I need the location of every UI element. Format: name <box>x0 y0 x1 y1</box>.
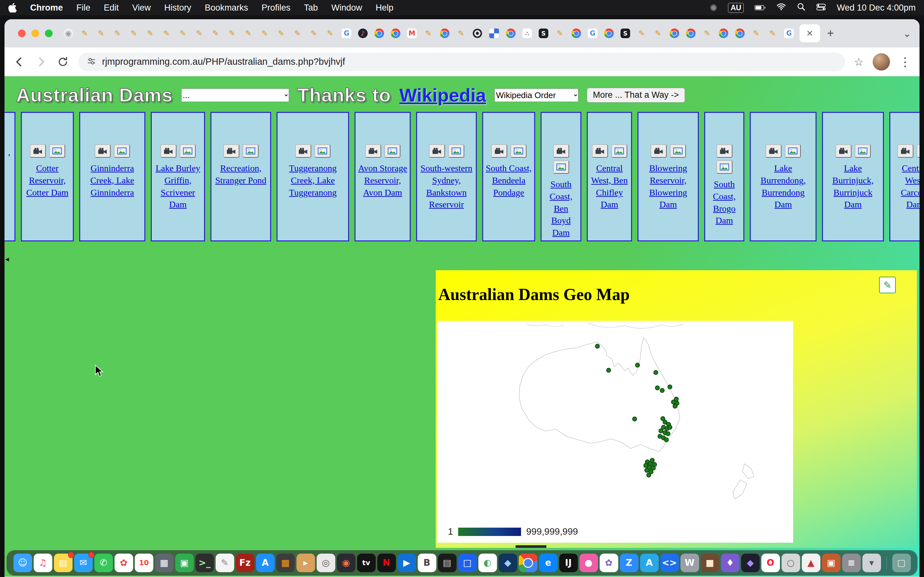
pinned-tab-pencil-icon[interactable]: ✎ <box>751 29 761 38</box>
video-button[interactable] <box>295 144 311 158</box>
new-tab-button[interactable]: + <box>827 27 834 39</box>
input-source-menu[interactable]: AU <box>728 3 744 13</box>
pinned-tab-pencil-icon[interactable]: ✎ <box>145 29 155 38</box>
map-edit-icon[interactable]: ✎ <box>879 277 896 293</box>
dock-rust-app[interactable]: ▣ <box>822 554 841 572</box>
pinned-tab-chrome-icon[interactable] <box>604 29 614 38</box>
dam-link[interactable]: Lake Burley Griffin, Scrivener Dam <box>153 162 202 211</box>
address-bar[interactable]: rjmprogramming.com.au/PHP/australian_dam… <box>78 53 845 71</box>
pinned-tab-chrome-icon[interactable] <box>686 29 696 38</box>
dock-notes[interactable]: ▤ <box>54 554 73 572</box>
image-button[interactable] <box>510 144 527 158</box>
dock-brown-app[interactable]: ■ <box>701 554 719 572</box>
pinned-tab-pencil-icon[interactable]: ✎ <box>227 29 237 38</box>
dam-link[interactable]: Lake Burrendong, Burrendong Dam <box>753 162 814 211</box>
pinned-tab-google-icon[interactable]: G <box>784 29 794 38</box>
video-button[interactable] <box>835 144 851 158</box>
control-center-icon[interactable] <box>816 3 826 13</box>
dam-marker[interactable] <box>666 432 670 436</box>
image-button[interactable] <box>917 144 919 158</box>
dock-silver-app[interactable]: ○ <box>782 554 800 572</box>
video-button[interactable] <box>897 144 913 158</box>
pinned-tab-pencil-icon[interactable]: ✎ <box>276 29 286 38</box>
menu-history[interactable]: History <box>164 3 191 13</box>
pinned-tab-pencil-icon[interactable]: ✎ <box>456 29 466 38</box>
dock-zoom[interactable]: Z <box>620 554 638 572</box>
pinned-tab-pencil-icon[interactable]: ✎ <box>768 29 777 38</box>
pinned-tab-dots-icon[interactable]: ∴ <box>522 29 532 38</box>
dock-opera[interactable]: O <box>761 554 780 572</box>
image-button[interactable] <box>716 160 732 174</box>
apple-menu-icon[interactable] <box>8 3 17 13</box>
dock-gray-web[interactable]: W <box>680 554 699 572</box>
tab-search-chevron-icon[interactable]: ⌄ <box>903 28 911 39</box>
close-window-button[interactable] <box>18 29 26 37</box>
video-button[interactable] <box>651 144 667 158</box>
dock-netflix[interactable]: N <box>377 554 396 572</box>
dock-firefox[interactable]: ◉ <box>337 554 355 572</box>
menubar-status-icon[interactable] <box>710 4 717 11</box>
dam-link[interactable]: , <box>5 146 14 158</box>
dock-bear[interactable]: B <box>418 554 436 572</box>
pinned-tab-pencil-icon[interactable]: ✎ <box>637 29 646 38</box>
video-button[interactable] <box>553 144 569 158</box>
dam-marker[interactable] <box>668 385 672 389</box>
video-button[interactable] <box>365 144 381 158</box>
menu-bar-clock[interactable]: Wed 10 Dec 4:00pm <box>837 3 916 13</box>
video-button[interactable] <box>716 144 732 158</box>
dock-photos[interactable]: ✿ <box>115 554 133 572</box>
active-tab[interactable]: ✕ <box>800 24 820 42</box>
pinned-tab-pencil-icon[interactable]: ✎ <box>244 29 253 38</box>
video-button[interactable] <box>592 144 608 158</box>
video-button[interactable] <box>223 144 239 158</box>
dam-marker[interactable] <box>673 404 677 408</box>
dam-marker[interactable] <box>660 388 664 393</box>
pinned-tab-pencil-icon[interactable]: ✎ <box>178 29 188 38</box>
pinned-tab-chrome-icon[interactable] <box>719 29 728 38</box>
order-select[interactable]: Wikipedia Order <box>494 89 578 102</box>
menu-bookmarks[interactable]: Bookmarks <box>205 3 248 13</box>
pinned-tab-target-icon[interactable] <box>473 29 482 38</box>
spotlight-search-icon[interactable] <box>797 3 805 13</box>
dam-link[interactable]: Tuggeranong Creek, Lake Tuggeranong <box>279 162 346 198</box>
dam-marker[interactable] <box>659 429 663 433</box>
dock-messages[interactable]: ✆ <box>94 554 113 572</box>
dock-finder[interactable]: ☺ <box>13 554 32 572</box>
pinned-tab-checker-icon[interactable] <box>489 28 499 39</box>
pinned-tab-chrome-icon[interactable] <box>735 29 745 38</box>
dock-music[interactable]: ♫ <box>34 554 52 572</box>
pinned-tab-chrome-icon[interactable] <box>391 29 401 38</box>
dam-link[interactable]: South Coast, Bendeela Pondage <box>485 162 532 198</box>
geo-map[interactable]: 1 999,999,999 <box>437 321 793 543</box>
dam-link[interactable]: Avon Storage Reservoir, Avon Dam <box>357 162 408 198</box>
pinned-tab-chrome-icon[interactable] <box>670 29 679 38</box>
dock-code-editor[interactable]: <> <box>660 554 679 572</box>
pinned-tab-pencil-icon[interactable]: ✎ <box>194 29 204 38</box>
dam-link[interactable]: Blowering Reservoir, Blowering Dam <box>640 162 696 211</box>
dock-docker[interactable]: □ <box>458 554 477 572</box>
dam-link[interactable]: South Coast, Ben Boyd Dam <box>543 178 578 239</box>
dam-navigation-select[interactable]: ... <box>181 89 289 102</box>
pinned-tab-pencil-icon[interactable]: ✎ <box>80 29 89 38</box>
dam-marker[interactable] <box>651 466 656 470</box>
dam-marker[interactable] <box>656 386 660 390</box>
bookmark-star-icon[interactable]: ☆ <box>854 55 864 68</box>
dam-marker[interactable] <box>645 468 649 472</box>
forward-button[interactable] <box>35 55 47 68</box>
pinned-tab-gmail-icon[interactable]: M <box>407 29 417 38</box>
video-button[interactable] <box>160 144 176 158</box>
dock-chrome[interactable] <box>519 554 537 572</box>
dock-textedit[interactable]: ✎ <box>216 554 234 572</box>
pinned-tab-pencil-icon[interactable]: ✎ <box>211 29 220 38</box>
dam-marker[interactable] <box>633 417 637 421</box>
pinned-tab-pencil-icon[interactable]: ✎ <box>162 29 171 38</box>
image-button[interactable] <box>553 160 569 174</box>
image-button[interactable] <box>114 144 130 158</box>
pinned-tab-pencil-icon[interactable]: ✎ <box>653 29 663 38</box>
menu-app-name[interactable]: Chrome <box>30 3 63 13</box>
pinned-tab-pencil-icon[interactable]: ✎ <box>260 29 270 38</box>
pinned-tab-pencil-icon[interactable]: ✎ <box>309 29 318 38</box>
url-text[interactable]: rjmprogramming.com.au/PHP/australian_dam… <box>102 56 345 67</box>
dock-pink-app[interactable]: ● <box>580 554 598 572</box>
pinned-tab-slack-icon[interactable]: S <box>620 29 630 38</box>
